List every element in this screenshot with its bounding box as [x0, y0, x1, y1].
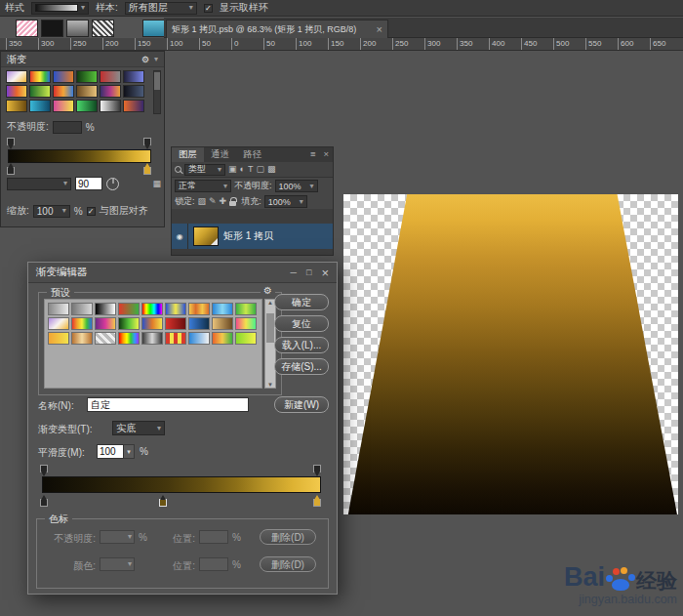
- minimize-icon[interactable]: ─: [291, 268, 297, 277]
- ok-button[interactable]: 确定: [274, 294, 329, 310]
- close-icon[interactable]: ×: [319, 147, 333, 162]
- gradient-swatch[interactable]: [188, 332, 210, 345]
- reset-button[interactable]: 复位: [274, 315, 329, 332]
- opacity-stop-right[interactable]: [313, 465, 321, 472]
- gradient-trapezoid-shape[interactable]: [343, 194, 678, 514]
- filter-pixel-icon[interactable]: ▣: [228, 165, 237, 174]
- tab-paths[interactable]: 路径: [236, 147, 268, 162]
- gradient-swatch[interactable]: [29, 100, 51, 112]
- save-button[interactable]: 存储(S)...: [274, 358, 329, 375]
- gradient-swatch[interactable]: [141, 332, 163, 345]
- gradient-swatch[interactable]: [235, 332, 257, 345]
- opacity-stop-left[interactable]: [7, 138, 15, 145]
- tab-layers[interactable]: 图层: [172, 147, 204, 162]
- gear-icon[interactable]: ⚙: [141, 55, 149, 64]
- gradient-swatch[interactable]: [95, 303, 116, 315]
- smoothness-input[interactable]: [97, 444, 124, 459]
- scrollbar-thumb[interactable]: [154, 72, 160, 90]
- gradient-swatch[interactable]: [29, 70, 51, 83]
- opacity-stop-right[interactable]: [143, 138, 151, 145]
- gradient-swatch[interactable]: [118, 317, 140, 330]
- gradient-swatch[interactable]: [48, 303, 69, 315]
- lock-all-icon[interactable]: [229, 201, 236, 206]
- style-swatch-gray-gradient[interactable]: [66, 20, 89, 37]
- lock-position-icon[interactable]: ✚: [220, 197, 227, 206]
- gradient-swatch[interactable]: [76, 70, 98, 83]
- document-tab[interactable]: 矩形 1 拷贝.psb @ 68.3% (矩形 1 拷贝, RGB/8) ×: [166, 20, 388, 38]
- chevron-down-icon[interactable]: ▾: [154, 56, 158, 63]
- gradient-swatch[interactable]: [123, 70, 144, 83]
- color-position-input[interactable]: [199, 557, 228, 571]
- gradient-swatch[interactable]: [53, 85, 74, 98]
- align-checkbox[interactable]: ✓: [87, 207, 96, 216]
- color-stop-right[interactable]: [313, 499, 321, 507]
- gradient-swatch[interactable]: [48, 332, 69, 345]
- scrollbar-thumb[interactable]: [266, 313, 274, 343]
- gradient-swatch[interactable]: [123, 100, 144, 112]
- gradient-preview-dropdown[interactable]: ▾: [31, 2, 89, 15]
- gradient-swatch[interactable]: [53, 100, 74, 112]
- gradient-swatch[interactable]: [95, 317, 116, 330]
- gradient-swatch[interactable]: [118, 332, 140, 345]
- style-swatch-stripes-pink[interactable]: [16, 20, 38, 37]
- tab-channels[interactable]: 通道: [204, 147, 236, 162]
- gradient-swatch[interactable]: [53, 70, 74, 83]
- gradient-swatch[interactable]: [235, 317, 257, 330]
- angle-input[interactable]: [75, 177, 102, 190]
- name-input[interactable]: [87, 397, 249, 412]
- gradient-swatch[interactable]: [29, 85, 51, 98]
- gradient-swatch[interactable]: [71, 317, 93, 330]
- stop-position-input[interactable]: [199, 530, 228, 544]
- color-stop-right[interactable]: [143, 167, 151, 175]
- gradient-swatch[interactable]: [6, 85, 27, 98]
- gradient-type-dropdown[interactable]: 实底 ▾: [112, 421, 165, 435]
- gradient-swatch[interactable]: [188, 303, 210, 315]
- gradient-swatch[interactable]: [123, 85, 144, 98]
- maximize-icon[interactable]: □: [306, 268, 311, 277]
- gradient-swatch[interactable]: [100, 85, 121, 98]
- style-swatch-hatched[interactable]: [92, 20, 114, 37]
- color-stop-middle[interactable]: [159, 499, 167, 507]
- fill-dropdown[interactable]: 100% ▾: [264, 195, 307, 208]
- gradient-swatch[interactable]: [48, 317, 69, 330]
- load-button[interactable]: 载入(L)...: [274, 337, 329, 353]
- filter-shape-icon[interactable]: ▢: [256, 165, 264, 174]
- style-swatch-black[interactable]: [41, 20, 63, 37]
- gradient-swatch[interactable]: [165, 303, 186, 315]
- sample-dropdown[interactable]: 所有图层 ▾: [125, 2, 197, 15]
- grid-icon[interactable]: ▦: [152, 180, 161, 188]
- gear-icon[interactable]: ⚙: [261, 285, 275, 296]
- gradient-swatch[interactable]: [71, 303, 93, 315]
- gradient-edit-bar[interactable]: [42, 476, 321, 493]
- delete-color-stop-button[interactable]: 删除(D): [260, 556, 316, 572]
- lock-transparency-icon[interactable]: ▨: [198, 197, 207, 206]
- opacity-stop-left[interactable]: [40, 465, 48, 472]
- gradient-swatch[interactable]: [141, 317, 163, 330]
- gradient-swatch[interactable]: [76, 85, 98, 98]
- style-swatch-teal[interactable]: [142, 20, 165, 37]
- layer-thumbnail[interactable]: [193, 226, 219, 246]
- gradient-swatch[interactable]: [100, 70, 121, 83]
- gradient-swatch[interactable]: [95, 332, 116, 345]
- panel-menu-icon[interactable]: ≡: [306, 147, 320, 162]
- stop-color-swatch[interactable]: ▾: [100, 557, 135, 571]
- close-icon[interactable]: ×: [377, 23, 382, 35]
- angle-dial[interactable]: [106, 178, 119, 190]
- lock-pixels-icon[interactable]: ✎: [209, 197, 217, 206]
- gradient-swatch[interactable]: [165, 317, 186, 330]
- filter-type-icon[interactable]: T: [248, 165, 254, 174]
- gradient-swatch[interactable]: [165, 332, 186, 345]
- layer-row[interactable]: ◉ 矩形 1 拷贝: [172, 224, 333, 249]
- visibility-eye-icon[interactable]: ◉: [172, 224, 188, 249]
- show-ring-checkbox[interactable]: ✓: [204, 4, 213, 13]
- gradient-swatch[interactable]: [212, 303, 233, 315]
- blend-mode-dropdown[interactable]: 正常 ▾: [175, 180, 231, 192]
- color-stop-left[interactable]: [7, 167, 15, 175]
- gradient-swatch[interactable]: [100, 100, 121, 112]
- layer-name[interactable]: 矩形 1 拷贝: [223, 229, 273, 243]
- chevron-down-icon[interactable]: ▾: [124, 444, 135, 459]
- layer-opacity-dropdown[interactable]: 100% ▾: [275, 180, 318, 192]
- gradient-swatch[interactable]: [6, 100, 27, 112]
- scrollbar[interactable]: [153, 70, 161, 114]
- document-canvas[interactable]: [343, 194, 678, 514]
